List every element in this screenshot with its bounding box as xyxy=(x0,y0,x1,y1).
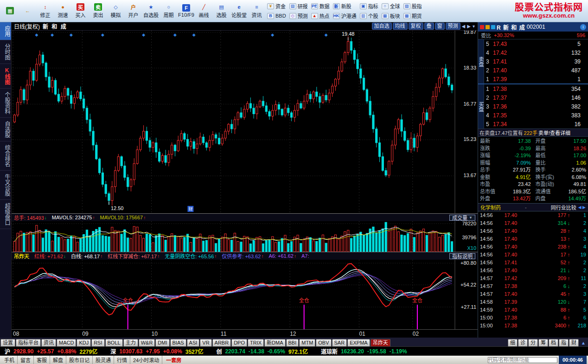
volume-chart[interactable] xyxy=(12,221,478,252)
statusbar-item-客服[interactable]: 客服 xyxy=(34,356,50,364)
index-futures-tab[interactable]: ▨股指 xyxy=(403,2,422,11)
chart-tool-均线[interactable]: 均线 xyxy=(393,23,408,30)
tab-BBI[interactable]: BBI xyxy=(286,339,299,346)
chart-nav-icon[interactable]: ◀ xyxy=(461,24,466,29)
statusbar-item-股灵通[interactable]: 股灵通 xyxy=(93,356,114,364)
tab-TRIX[interactable]: TRIX xyxy=(248,339,264,346)
quote-tab-指[interactable]: 指 xyxy=(559,339,569,346)
new-stock-tab[interactable]: 新新股 xyxy=(333,2,357,11)
sidebar-item-kline[interactable]: K线图 xyxy=(0,64,11,89)
period-button[interactable]: ○周期 xyxy=(160,1,177,21)
statusbar-item-24小时滚动[interactable]: 24小时滚动 xyxy=(130,356,162,364)
chart-nav-icon[interactable]: ▶ xyxy=(467,24,471,29)
sidebar-item-watchlist[interactable]: 自选股 xyxy=(0,118,11,141)
tab-BIAS[interactable]: BIAS xyxy=(170,339,186,346)
forecast-tab[interactable]: ◇预测 xyxy=(289,12,308,20)
statusbar-item-解盘[interactable]: 解盘 xyxy=(50,356,66,364)
sell-row[interactable]: 117.391 xyxy=(484,75,588,83)
notice-link[interactable]: 卖单!查看详细 xyxy=(538,129,570,136)
sidebar-item-ranking[interactable]: 综合排名 xyxy=(0,141,11,171)
tab-MTM[interactable]: MTM xyxy=(299,339,315,346)
forum-button[interactable]: e论股堂 xyxy=(230,1,248,21)
research-tab[interactable]: ▤研报 xyxy=(289,2,308,11)
sell-row[interactable]: 517.435 xyxy=(484,39,588,48)
data-tab[interactable]: PE数据 xyxy=(311,2,330,11)
indicator-tab[interactable]: ▣指标 xyxy=(360,2,378,11)
statusbar-item-手机[interactable]: 手机 xyxy=(1,356,18,364)
sector-tab[interactable]: ▦板块 xyxy=(382,12,400,20)
industry-name[interactable]: 化学制药 xyxy=(480,204,501,211)
chart-tool-加自选[interactable]: 加自选 xyxy=(372,23,392,30)
tab-主力[interactable]: 主力 xyxy=(123,339,138,346)
tab-指标平台[interactable]: 指标平台 xyxy=(16,339,41,346)
futures-tab[interactable]: ▩期货 xyxy=(403,12,422,20)
sell-row[interactable]: 217.40487 xyxy=(484,66,588,75)
watchlist-button[interactable]: ★自选股 xyxy=(142,1,160,21)
global-tab[interactable]: ○全球 xyxy=(382,2,400,11)
quote-tab-档[interactable]: 档 xyxy=(549,339,558,346)
tab-DPO[interactable]: DPO xyxy=(231,339,247,346)
sidebar-item-level2[interactable]: 超级盘口 xyxy=(0,200,11,229)
quote-tab-分[interactable]: 分 xyxy=(528,339,538,346)
funds-tab[interactable]: ¥资金 xyxy=(267,2,286,11)
sidebar-item-app[interactable]: 应用 xyxy=(0,22,11,40)
symbol-input[interactable] xyxy=(488,357,557,363)
kline-pane[interactable]: ◆◆◆◆◆◆◆◆◆19.4812.50财19.8718.3316.7715.23… xyxy=(12,31,478,213)
adjust-button[interactable]: ↕修正 xyxy=(37,1,54,21)
open-account-button[interactable]: 户开户 xyxy=(125,1,142,21)
info-icon[interactable]: i xyxy=(580,24,586,30)
volume-type-dropdown[interactable]: 成交量▼ xyxy=(449,215,475,221)
tab-MACD[interactable]: MACD xyxy=(57,339,76,346)
tab-ASI[interactable]: ASI xyxy=(187,339,200,346)
sell-row[interactable]: 417.42132 xyxy=(484,48,588,57)
chart-tool-复权[interactable]: 复权 xyxy=(409,23,423,30)
buy-row[interactable]: 417.35383 xyxy=(484,111,588,120)
app-logo[interactable]: ▦ xyxy=(1,1,19,21)
tab-设置[interactable]: 设置 xyxy=(0,339,15,346)
tab-新DMA[interactable]: 新DMA xyxy=(264,339,285,346)
tab-DMI[interactable]: DMI xyxy=(155,339,169,346)
chart-tool-窗[interactable]: 窗 xyxy=(435,23,445,30)
tab-EXPMA[interactable]: EXPMA xyxy=(347,339,370,346)
hk-connect-tab[interactable]: HK沪港通 xyxy=(333,12,357,20)
statusbar-item-留言[interactable]: 留言 xyxy=(18,356,34,364)
tab-OBV[interactable]: OBV xyxy=(316,339,331,346)
buy-button[interactable]: 买买入 xyxy=(72,1,89,21)
sell-button[interactable]: 卖卖出 xyxy=(89,1,107,21)
industry-compare-link[interactable]: 同行业比较 xyxy=(551,204,576,211)
kline-chart[interactable]: ◆◆◆◆◆◆◆◆◆19.4812.50财 xyxy=(12,31,478,213)
tab-SAR[interactable]: SAR xyxy=(332,339,347,346)
quote-tab-财[interactable]: 财 xyxy=(569,339,579,346)
sidebar-item-fenshi[interactable]: 分时图 xyxy=(0,40,11,64)
chart-tool-叠[interactable]: 叠 xyxy=(424,23,434,30)
tab-KDJ[interactable]: KDJ xyxy=(77,339,91,346)
tick-list[interactable]: 14:5617.40177↑114:5617.40314↓214:5617.40… xyxy=(478,211,588,338)
statusbar-item-股市日记[interactable]: 股市日记 xyxy=(66,356,93,364)
ad-text[interactable]: 一套房 xyxy=(162,356,185,364)
tab-ARBR[interactable]: ARBR xyxy=(212,339,231,346)
sell-row[interactable]: 317.4139 xyxy=(484,57,588,66)
f10-button[interactable]: FF10/F9 xyxy=(178,1,195,21)
tab-吊炸天[interactable]: 吊炸天 xyxy=(371,339,390,346)
tab-资讯[interactable]: 资讯 xyxy=(41,339,56,346)
chart-nav-icon[interactable]: ▾ xyxy=(472,24,475,29)
statusbar-item-行情[interactable]: 行情 xyxy=(114,356,130,364)
stock-picker-button[interactable]: ▤选股 xyxy=(213,1,230,21)
tab-BOLL[interactable]: BOLL xyxy=(105,339,123,346)
indicator-pane[interactable]: 全仓全仓全仓+80.80+54.22+27.11 xyxy=(12,260,478,329)
back-button[interactable]: ← xyxy=(19,1,36,21)
tab-VR[interactable]: VR xyxy=(200,339,211,346)
sidebar-item-stock-info[interactable]: 个股资料 xyxy=(0,89,11,118)
quote-tab-细[interactable]: 细 xyxy=(508,339,518,346)
quote-tab-筹[interactable]: 筹 xyxy=(538,339,548,346)
chart-tool-预测[interactable]: 预测 xyxy=(446,23,460,30)
buy-row[interactable]: 517.3416 xyxy=(484,120,588,128)
indicator-help-button[interactable]: 指标说明 xyxy=(449,253,475,259)
tab-W&R[interactable]: W&R xyxy=(139,339,155,346)
draw-line-button[interactable]: ╱画线 xyxy=(195,1,212,21)
industry-nav-icons[interactable]: ◀ ▶ xyxy=(578,205,586,210)
volume-pane[interactable]: 7822039796X10 xyxy=(12,221,478,252)
buy-row[interactable]: 217.37146 xyxy=(484,93,588,102)
quote-tab-诊[interactable]: 诊 xyxy=(518,339,528,346)
tab-RSI[interactable]: RSI xyxy=(91,339,104,346)
